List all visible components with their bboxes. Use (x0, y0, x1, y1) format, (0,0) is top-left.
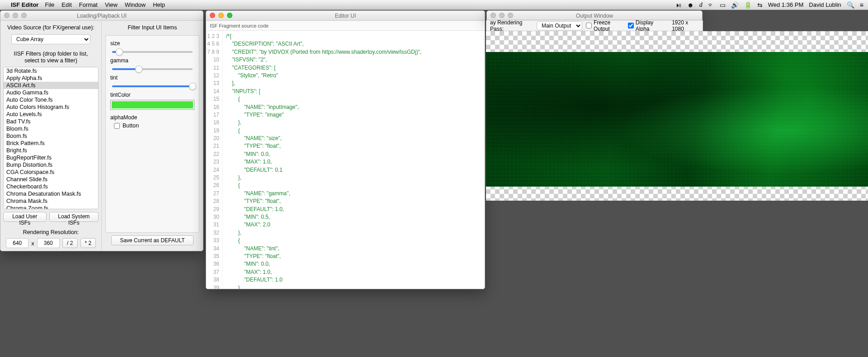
rendering-pass-select[interactable]: Main Output (537, 21, 582, 30)
output-window-title: Output Window (576, 13, 613, 19)
filter-item[interactable]: Bad TV.fs (4, 118, 98, 125)
filter-item[interactable]: Auto Color Tone.fs (4, 96, 98, 103)
output-preview-checker (486, 31, 868, 201)
video-source-label: Video Source (for FX/general use): (3, 24, 99, 31)
load-user-isfs-button[interactable]: Load User ISFs (3, 212, 47, 222)
menubar: ISF Editor File Edit Format View Window … (0, 0, 868, 10)
code-editor[interactable]: 1 2 3 4 5 6 7 8 9 10 11 12 13 14 15 16 1… (206, 31, 485, 289)
save-default-button[interactable]: Save Current as DEFAULT (111, 235, 193, 245)
rendering-resolution-label: Rendering Resolution: (3, 229, 99, 235)
menu-edit[interactable]: Edit (61, 1, 71, 8)
filter-item[interactable]: 3d Rotate.fs (4, 67, 98, 75)
filter-item[interactable]: Chroma Mask.fs (4, 197, 98, 205)
app-name[interactable]: ISF Editor (11, 1, 38, 8)
filter-input-ui-heading: Filter Input UI Items (105, 24, 199, 31)
fastswitch-icon[interactable]: ⇆ (757, 1, 763, 9)
output-preview-image (486, 52, 868, 187)
wifi-icon[interactable]: ᯤ (708, 1, 714, 9)
filter-item[interactable]: Audio Gamma.fs (4, 89, 98, 96)
filter-item[interactable]: Chroma Desaturation Mask.fs (4, 190, 98, 197)
rendering-pass-label: ay Rendering Pass: (490, 19, 533, 32)
param-gamma: gamma (110, 57, 194, 70)
param-size: size (110, 40, 194, 53)
volume-icon[interactable]: 🔊 (731, 1, 739, 9)
output-toolbar: ay Rendering Pass: Main Output Freeze Ou… (486, 20, 703, 31)
editor-source-label: ISF Fragment source code (210, 23, 269, 28)
code-text[interactable]: /*{ "DESCRIPTION": "ASCII Art", "CREDIT"… (222, 31, 485, 289)
display-alpha-checkbox[interactable] (628, 23, 634, 28)
gamma-slider[interactable] (112, 68, 193, 70)
user-icon[interactable]: ☻ (687, 1, 694, 9)
loading-playback-window: Loading/Playback UI Video Source (for FX… (0, 10, 203, 251)
filter-item[interactable]: Chroma Zoom.fs (4, 205, 98, 209)
loading-window-title: Loading/Playback UI (77, 13, 127, 19)
filter-item[interactable]: ASCII Art.fs (4, 82, 98, 89)
menu-view[interactable]: View (105, 1, 118, 8)
filter-item[interactable]: CGA Colorspace.fs (4, 169, 98, 176)
filter-item[interactable]: Auto Colors Histogram.fs (4, 103, 98, 111)
editor-window-title: Editor UI (335, 13, 356, 19)
filter-item[interactable]: Bloom.fs (4, 125, 98, 132)
res-x-label: x (31, 240, 34, 247)
load-system-isfs-button[interactable]: Load System ISFs (49, 212, 99, 222)
menu-extra-icon[interactable]: ≡ (860, 1, 863, 9)
filter-item[interactable]: Apply Alpha.fs (4, 75, 98, 82)
res-height-input[interactable] (37, 238, 60, 248)
res-width-input[interactable] (6, 238, 28, 248)
filter-item[interactable]: Bright.fs (4, 147, 98, 154)
filter-item[interactable]: BugReportFilter.fs (4, 154, 98, 161)
tint-slider[interactable] (112, 85, 193, 87)
filter-item[interactable]: Checkerboard.fs (4, 183, 98, 190)
freeze-output-checkbox[interactable] (586, 23, 592, 28)
loading-window-titlebar[interactable]: Loading/Playback UI (0, 11, 203, 21)
menu-help[interactable]: Help (153, 1, 165, 8)
param-alphamode: alphaMode Button (110, 114, 194, 129)
editor-window-titlebar[interactable]: Editor UI (206, 11, 485, 21)
tintcolor-swatch[interactable] (110, 100, 194, 110)
param-tintcolor: tintColor (110, 92, 194, 110)
display-icon[interactable]: ▭ (720, 1, 726, 9)
filter-list[interactable]: 3d Rotate.fsApply Alpha.fsASCII Art.fsAu… (3, 67, 99, 209)
filters-label: IISF Filters (drop folder to list, selec… (3, 51, 99, 64)
display-alpha-toggle[interactable]: Display Alpha (628, 19, 665, 32)
screenshare-icon[interactable]: ⏯ (675, 1, 682, 9)
filter-item[interactable]: Bump Distortion.fs (4, 161, 98, 169)
menu-format[interactable]: Format (79, 1, 98, 8)
battery-icon[interactable]: 🔋 (744, 1, 752, 9)
res-double-button[interactable]: * 2 (80, 238, 96, 248)
menu-window[interactable]: Window (125, 1, 146, 8)
size-slider[interactable] (112, 51, 193, 53)
video-source-select[interactable]: Cube Array (11, 34, 90, 44)
menubar-clock[interactable]: Wed 1:36 PM (768, 1, 804, 8)
param-tint: tint (110, 75, 194, 87)
output-resolution-label: 1920 x 1080 (672, 19, 699, 32)
line-gutter: 1 2 3 4 5 6 7 8 9 10 11 12 13 14 15 16 1… (206, 31, 222, 289)
filter-item[interactable]: Brick Pattern.fs (4, 140, 98, 147)
freeze-output-toggle[interactable]: Freeze Output (586, 19, 624, 32)
res-half-button[interactable]: / 2 (62, 238, 78, 248)
letter-d-icon[interactable]: d (699, 1, 703, 9)
editor-toolbar: ISF Fragment source code (206, 21, 485, 31)
alphamode-checkbox[interactable] (114, 123, 120, 129)
spotlight-icon[interactable]: 🔍 (847, 1, 854, 9)
filter-item[interactable]: Auto Levels.fs (4, 111, 98, 118)
filter-item[interactable]: Channel Slide.fs (4, 176, 98, 183)
menubar-user[interactable]: David Lublin (809, 1, 841, 8)
menu-file[interactable]: File (45, 1, 54, 8)
filter-item[interactable]: Boom.fs (4, 132, 98, 140)
alphamode-toggle[interactable]: Button (114, 122, 191, 129)
editor-window: Editor UI ISF Fragment source code 1 2 3… (206, 10, 485, 289)
